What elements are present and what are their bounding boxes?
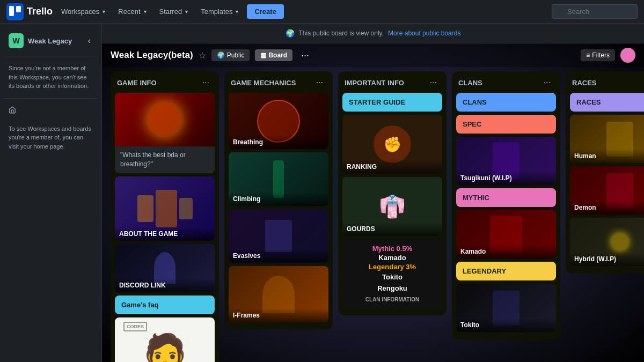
card-iframes[interactable]: I-Frames xyxy=(229,266,328,322)
column-races: RACES ··· RACES Human xyxy=(566,71,644,274)
svg-rect-0 xyxy=(6,3,24,20)
card-gourds-label: GOURDS xyxy=(342,222,442,236)
templates-btn[interactable]: Templates ▾ xyxy=(196,5,243,18)
sidebar-notice2: To see Workspaces and boards you're a me… xyxy=(4,121,97,154)
card-tsugikuni[interactable]: Tsugikuni (W.I.P) xyxy=(456,137,556,185)
column-game-info-header: GAME INFO ··· xyxy=(111,71,219,93)
column-game-mechanics-title: GAME MECHANICS xyxy=(231,79,296,87)
sidebar-divider xyxy=(4,56,97,56)
card-kamado[interactable]: Kamado xyxy=(456,210,556,258)
card-ranking[interactable]: ✊ RANKING xyxy=(342,115,442,174)
board-notice-link[interactable]: More about public boards xyxy=(388,29,460,37)
main-layout: W Weak Legacy ‹ Since you're not a membe… xyxy=(0,24,644,362)
workspace-icon: W xyxy=(9,33,24,48)
visibility-btn[interactable]: 🌍 Public xyxy=(211,49,250,61)
star-button[interactable]: ☆ xyxy=(199,50,206,61)
board-title: Weak Legacy(beta) xyxy=(111,50,193,61)
card-kamado-label: Kamado xyxy=(456,245,556,258)
card-bda-question[interactable]: "Whats the best bda or breathing?" xyxy=(115,93,215,173)
card-gourds[interactable]: 👘 GOURDS xyxy=(342,177,442,236)
board-header: Weak Legacy(beta) ☆ 🌍 Public ▦ Board ···… xyxy=(102,43,644,67)
create-btn[interactable]: Create xyxy=(247,4,283,19)
card-hybrid-label: Hybrid (W.I.P) xyxy=(570,252,644,266)
legendary-names-label: TokitoRengoku xyxy=(348,272,437,294)
column-game-info-title: GAME INFO xyxy=(117,79,157,87)
column-clans: CLANS ··· CLANS SPEC Tsugikuni (W.I.P) M… xyxy=(452,71,560,339)
avatar xyxy=(620,48,635,63)
column-important-info-menu[interactable]: ··· xyxy=(427,77,440,88)
column-game-mechanics-menu[interactable]: ··· xyxy=(313,77,326,88)
top-nav: Trello Workspaces ▾ Recent ▾ Starred ▾ T… xyxy=(0,0,644,24)
card-human-label: Human xyxy=(570,149,644,163)
card-climbing[interactable]: Climbing xyxy=(229,152,328,206)
column-game-mechanics: GAME MECHANICS ··· Breathing xyxy=(224,71,333,330)
column-clans-header: CLANS ··· xyxy=(452,71,560,93)
recent-btn[interactable]: Recent ▾ xyxy=(114,5,150,18)
card-breathing-label: Breathing xyxy=(229,135,328,149)
card-spec[interactable]: SPEC xyxy=(456,115,556,134)
board-notice-text: This public board is view only. xyxy=(299,29,384,37)
card-starter-guide[interactable]: STARTER GUIDE xyxy=(342,93,442,112)
filters-btn[interactable]: ≡ Filters xyxy=(581,49,615,61)
mythic-percent-label: Mythic 0.5% xyxy=(348,245,437,253)
card-hybrid[interactable]: Hybrid (W.I.P) xyxy=(570,218,644,266)
workspaces-btn[interactable]: Workspaces ▾ xyxy=(57,5,109,18)
card-legendary[interactable]: LEGENDARY xyxy=(456,262,556,280)
search-wrap xyxy=(552,4,638,19)
column-game-mechanics-header: GAME MECHANICS ··· xyxy=(224,71,333,93)
card-mythic[interactable]: MYTHIC xyxy=(456,188,556,207)
sidebar: W Weak Legacy ‹ Since you're not a membe… xyxy=(0,24,102,362)
svg-rect-2 xyxy=(16,6,21,12)
board-more-btn[interactable]: ··· xyxy=(298,49,312,62)
column-important-info-header: IMPORTANT INFO ··· xyxy=(338,71,447,93)
card-clans-blue[interactable]: CLANS xyxy=(456,93,556,112)
trello-logo[interactable]: Trello xyxy=(6,3,53,20)
filter-icon: ≡ xyxy=(586,51,590,59)
column-clans-menu[interactable]: ··· xyxy=(540,77,554,88)
sidebar-divider2 xyxy=(4,98,97,99)
card-mythic-info[interactable]: Mythic 0.5% Kamado Legendary 3% TokitoRe… xyxy=(342,239,442,308)
card-breathing[interactable]: Breathing xyxy=(229,93,328,149)
card-demon[interactable]: Demon xyxy=(570,166,644,215)
card-human[interactable]: Human xyxy=(570,115,644,163)
globe-small-icon: 🌍 xyxy=(217,51,225,59)
mythic-kamado-label: Kamado xyxy=(348,254,437,262)
board-view-btn[interactable]: ▦ Board xyxy=(255,49,292,61)
card-about-game-label: ABOUT THE GAME xyxy=(115,227,215,241)
svg-rect-1 xyxy=(9,6,14,16)
column-races-header: RACES ··· xyxy=(566,71,644,93)
column-clans-title: CLANS xyxy=(458,79,482,87)
sidebar-notice1: Since you're not a member of this Worksp… xyxy=(4,61,97,94)
globe-icon: 🌍 xyxy=(286,29,295,38)
card-tsugikuni-label: Tsugikuni (W.I.P) xyxy=(456,171,556,185)
card-evasives-label: Evasives xyxy=(229,249,328,263)
card-ranking-label: RANKING xyxy=(342,160,442,174)
sidebar-workspace[interactable]: W Weak Legacy ‹ xyxy=(4,30,97,51)
card-discord-link[interactable]: DISCORD LINK xyxy=(115,244,215,292)
legendary-percent-label: Legendary 3% xyxy=(348,263,437,271)
card-discord-label: DISCORD LINK xyxy=(115,278,215,292)
search-input[interactable] xyxy=(552,4,638,19)
card-evasives[interactable]: Evasives xyxy=(229,209,328,263)
sidebar-collapse-btn[interactable]: ‹ xyxy=(86,34,93,48)
card-codes[interactable]: CODES 🧔 CODES xyxy=(115,317,215,362)
column-important-info-title: IMPORTANT INFO xyxy=(345,79,404,87)
card-demon-label: Demon xyxy=(570,201,644,215)
column-game-info-menu[interactable]: ··· xyxy=(199,77,213,88)
board-notice: 🌍 This public board is view only. More a… xyxy=(102,24,644,43)
card-tokito[interactable]: Tokito xyxy=(456,284,556,332)
column-important-info: IMPORTANT INFO ··· STARTER GUIDE ✊ RANKI… xyxy=(338,71,447,315)
card-races-purple[interactable]: RACES xyxy=(570,93,644,112)
card-climbing-label: Climbing xyxy=(229,192,328,206)
board-columns: GAME INFO ··· "Whats the best bda or bre… xyxy=(102,67,644,362)
sidebar-home-link[interactable] xyxy=(4,103,97,117)
trello-logo-text: Trello xyxy=(27,6,53,17)
card-games-faq[interactable]: Game's faq xyxy=(115,295,215,314)
card-about-game[interactable]: ABOUT THE GAME xyxy=(115,176,215,241)
card-iframes-label: I-Frames xyxy=(229,308,328,322)
card-tokito-label: Tokito xyxy=(456,318,556,332)
board-area: 🌍 This public board is view only. More a… xyxy=(102,24,644,362)
starred-btn[interactable]: Starred ▾ xyxy=(155,5,193,18)
clan-information-label: CLAN INFORMATION xyxy=(348,297,437,302)
workspace-name: Weak Legacy xyxy=(28,37,82,45)
